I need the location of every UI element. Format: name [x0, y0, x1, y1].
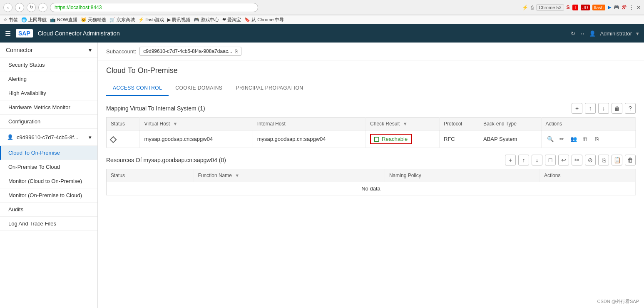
col-check-result: Check Result ▼ — [366, 118, 440, 130]
delete-mapping-button[interactable]: 🗑 — [612, 103, 622, 114]
copy-icon[interactable]: ⎘ — [235, 48, 238, 54]
help-mapping-button[interactable]: ? — [625, 103, 636, 114]
sidebar: Connector ▾ Security Status Alerting Hig… — [0, 43, 98, 308]
paste-resource-button[interactable]: 📋 — [612, 155, 622, 165]
refresh-button[interactable]: ↻ — [27, 3, 36, 12]
reachable-status-icon — [374, 137, 379, 142]
browser-action-share[interactable]: ⎙ — [531, 5, 534, 10]
subaccount-value[interactable]: c9d99610-c7d7-4cb5-8f4a-908a7daac... ⎘ — [139, 47, 241, 56]
subaccount-label: Subaccount: — [106, 48, 136, 55]
virtual-host-filter-icon[interactable]: ▼ — [173, 121, 178, 126]
bookmark-now[interactable]: 📺 NOW直播 — [50, 17, 77, 23]
no-data-row: No data — [107, 182, 636, 195]
res-col-actions: Actions — [540, 169, 636, 182]
bookmark-tianmao[interactable]: 🐱 天猫精选 — [81, 17, 106, 23]
row-protocol: RFC — [440, 130, 479, 148]
bookmark-flash[interactable]: ⚡ flash游戏 — [138, 17, 164, 23]
watermark: CSDN @外行看SAP — [597, 298, 639, 305]
ext-ai: 爱 — [622, 4, 627, 10]
tab-cookie-domains[interactable]: COOKIE DOMAINS — [169, 81, 229, 96]
bookmarks-bar: ☆ 书签 🌐 上网导航 📺 NOW直播 🐱 天猫精选 🛒 京东商城 ⚡ flas… — [0, 15, 644, 24]
download-resource-button[interactable]: ↓ — [532, 155, 542, 165]
no-data-text: No data — [107, 182, 636, 195]
col-backend-type: Back-end Type — [479, 118, 542, 130]
main-content: Subaccount: c9d99610-c7d7-4cb5-8f4a-908a… — [98, 43, 644, 308]
bookmark-chrome[interactable]: 🔖 从 Chrome 中导 — [244, 17, 284, 23]
sidebar-item-monitor-cloud[interactable]: Monitor (Cloud to On-Premise) — [0, 174, 97, 188]
bookmark-shangwang[interactable]: 🌐 上网导航 — [21, 17, 47, 23]
function-name-filter-icon[interactable]: ▼ — [235, 173, 239, 178]
add-mapping-button[interactable]: + — [572, 103, 582, 114]
row-actions: 🔍 ✏ 👥 🗑 ⎘ — [541, 130, 635, 148]
disable-resource-button[interactable]: ⊘ — [585, 155, 596, 165]
sidebar-item-cloud-to-on-premise[interactable]: Cloud To On-Premise — [0, 146, 97, 160]
sidebar-connector-label: Connector — [6, 47, 33, 53]
browser-close[interactable]: ✕ — [637, 5, 641, 10]
tab-access-control[interactable]: ACCESS CONTROL — [106, 81, 169, 96]
resources-section-title: Resources Of mysap.goodsap.cn:sapgw04 (0… — [106, 157, 226, 163]
sidebar-item-security-status[interactable]: Security Status — [0, 58, 97, 72]
resources-section-actions: + ↑ ↓ □ ↩ ✂ ⊘ ⎘ 📋 🗑 — [505, 155, 636, 165]
sidebar-item-on-premise-to-cloud[interactable]: On-Premise To Cloud — [0, 160, 97, 174]
content-area: Mapping Virtual To Internal System (1) +… — [98, 96, 644, 202]
upload-mapping-button[interactable]: ↑ — [585, 103, 596, 114]
download-mapping-button[interactable]: ↓ — [598, 103, 609, 114]
resources-section: Resources Of mysap.goodsap.cn:sapgw04 (0… — [106, 155, 636, 195]
copy-action-button[interactable]: ⎘ — [592, 135, 602, 144]
res-col-function-name: Function Name ▼ — [194, 169, 385, 182]
connector-chevron-icon: ▾ — [89, 47, 92, 53]
view-action-button[interactable]: 🔍 — [546, 135, 555, 144]
cut-resource-button[interactable]: ✂ — [572, 155, 582, 165]
tab-principal-propagation[interactable]: PRINCIPAL PROPAGATION — [229, 81, 310, 96]
sidebar-item-monitor-on-premise[interactable]: Monitor (On-Premise to Cloud) — [0, 188, 97, 203]
page-title: Cloud To On-Premise — [106, 66, 636, 75]
edit-action-button[interactable]: ✏ — [557, 135, 567, 144]
reachable-text: Reachable — [382, 136, 408, 142]
status-diamond-icon — [110, 136, 117, 143]
upload-resource-button[interactable]: ↑ — [518, 155, 529, 165]
browser-bar: ‹ › ↻ ⌂ https://localhost:8443 ⚡ ⎙ Chrom… — [0, 0, 644, 15]
sidebar-connector-section[interactable]: Connector ▾ — [0, 43, 97, 58]
bookmark-ai[interactable]: ❤ 爱淘宝 — [222, 17, 241, 23]
home-button[interactable]: ⌂ — [38, 3, 47, 12]
copy-resource-button[interactable]: ⎘ — [598, 155, 609, 165]
resources-table: Status Function Name ▼ Naming Policy Act… — [106, 169, 636, 195]
forward-button[interactable]: › — [15, 3, 24, 12]
user-dropdown-icon[interactable]: ▾ — [636, 30, 639, 37]
user-name[interactable]: Administrator — [600, 30, 632, 37]
subaccount-bar: Subaccount: c9d99610-c7d7-4cb5-8f4a-908a… — [98, 43, 644, 60]
browser-action-lightning[interactable]: ⚡ — [522, 5, 528, 10]
main-layout: Connector ▾ Security Status Alerting Hig… — [0, 43, 644, 308]
back-button[interactable]: ‹ — [3, 3, 12, 12]
refresh-icon[interactable]: ↻ — [571, 30, 575, 37]
url-bar[interactable]: https://localhost:8443 — [50, 3, 258, 12]
check-result-filter-icon[interactable]: ▼ — [403, 121, 408, 126]
sidebar-item-hardware-metrics[interactable]: Hardware Metrics Monitor — [0, 100, 97, 115]
row-internal-host: mysap.goodsap.cn:sapgw04 — [253, 130, 366, 148]
delete-action-button[interactable]: 🗑 — [581, 135, 590, 144]
sidebar-item-alerting[interactable]: Alerting — [0, 72, 97, 86]
add-resource-button[interactable]: + — [505, 155, 516, 165]
res-col-naming-policy: Naming Policy — [385, 169, 540, 182]
res-col-status: Status — [107, 169, 194, 182]
mapping-section-title: Mapping Virtual To Internal System (1) — [106, 105, 205, 112]
delete-resource-button[interactable]: 🗑 — [625, 155, 636, 165]
sidebar-item-audits[interactable]: Audits — [0, 203, 97, 217]
row-status — [107, 130, 140, 148]
account-chevron-icon: ▾ — [89, 134, 92, 140]
sidebar-item-configuration[interactable]: Configuration — [0, 115, 97, 129]
bookmark-gamecenter[interactable]: 🎮 游戏中心 — [194, 17, 219, 23]
browser-menu[interactable]: ⋮ — [629, 5, 634, 10]
view-resource-button[interactable]: □ — [545, 155, 556, 165]
bookmark-jd[interactable]: 🛒 京东商城 — [109, 17, 135, 23]
sidebar-item-log-trace[interactable]: Log And Trace Files — [0, 217, 97, 231]
hamburger-menu-icon[interactable]: ☰ — [5, 30, 11, 38]
sidebar-account-section[interactable]: 👤 c9d99610-c7d7-4cb5-8f... ▾ — [0, 129, 97, 146]
undo-resource-button[interactable]: ↩ — [558, 155, 569, 165]
bookmark-tencent[interactable]: ▶ 腾讯视频 — [167, 17, 190, 23]
bookmark-shujian[interactable]: ☆ 书签 — [3, 17, 18, 23]
sidebar-item-high-availability[interactable]: High Availability — [0, 86, 97, 100]
manage-users-action-button[interactable]: 👥 — [569, 135, 578, 144]
settings-icon[interactable]: ↔ — [579, 30, 585, 37]
table-row[interactable]: mysap.goodsap.cn:sapgw04 mysap.goodsap.c… — [107, 130, 636, 148]
